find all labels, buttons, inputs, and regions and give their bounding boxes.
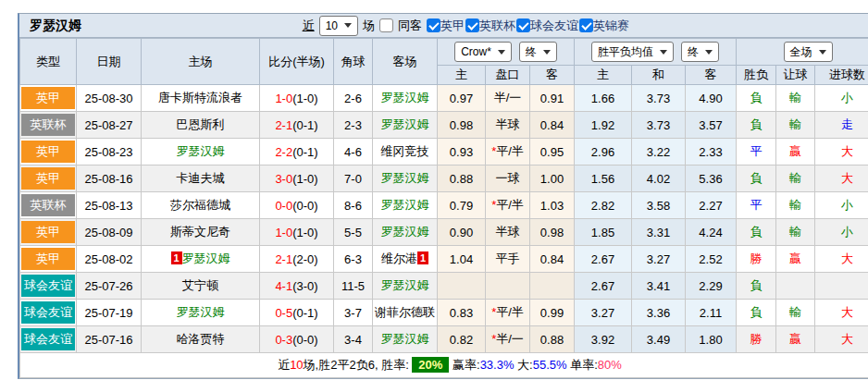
- result-wdl-cell: 勝: [737, 326, 776, 353]
- away-team-cell: 罗瑟汉姆: [373, 112, 438, 139]
- home-team-name: 斯蒂文尼奇: [170, 225, 230, 239]
- table-row: 英甲25-08-30唐卡斯特流浪者1-0(1-0)2-6罗瑟汉姆0.97半/一0…: [20, 85, 868, 112]
- score-cell: 0-3(0-0): [260, 326, 334, 353]
- league-filters: 英甲英联杯球会友谊英锦赛: [427, 18, 630, 34]
- league-checkbox[interactable]: [579, 18, 593, 32]
- ah-line-cell: [486, 273, 530, 300]
- result-wdl-cell: 負: [737, 273, 776, 300]
- odds-draw-cell: 4.02: [632, 165, 686, 192]
- league-badge: 英甲: [21, 167, 75, 190]
- ah-home-odds-cell: 0.82: [438, 326, 486, 353]
- ah-stage-select[interactable]: 终: [519, 42, 557, 62]
- fulltime-score: 2-2: [275, 145, 292, 159]
- result-handicap-cell: 贏: [776, 326, 815, 353]
- away-team-name: 罗瑟汉姆: [381, 171, 429, 185]
- date-cell: 25-07-19: [77, 300, 142, 326]
- league-checkbox[interactable]: [465, 18, 479, 32]
- ah-line-cell: 一球: [486, 165, 530, 192]
- odds-home-cell: 1.66: [575, 85, 632, 112]
- ah-line-cell: *平/半: [486, 139, 530, 165]
- ah-line-cell: 半球: [486, 112, 530, 139]
- same-away-label: 同客: [398, 18, 422, 34]
- result-handicap-cell: 輸: [776, 192, 815, 219]
- chevron-down-icon: [660, 50, 667, 55]
- fulltime-score: 1-0: [275, 226, 292, 239]
- subcol-ah-home: 主: [438, 66, 486, 85]
- recent-label[interactable]: 近: [303, 18, 315, 34]
- table-row: 英甲25-08-09斯蒂文尼奇1-0(1-0)5-5罗瑟汉姆0.90半球0.98…: [20, 219, 868, 246]
- ah-away-odds-cell: 0.95: [530, 139, 575, 165]
- result-goals-cell: 大: [815, 139, 868, 165]
- odds-away-cell: 2.29: [686, 273, 737, 300]
- summary-text: 场,胜2平2负6, 胜率:: [304, 358, 413, 372]
- wdl-source-select[interactable]: 胜平负均值: [591, 42, 674, 62]
- home-team-cell: 莎尔福德城: [142, 192, 260, 219]
- score-cell: 4-1(3-0): [260, 273, 334, 300]
- result-wdl-cell: 負: [737, 300, 776, 326]
- league-checkbox[interactable]: [516, 18, 530, 32]
- fulltime-score: 0-5: [275, 306, 292, 320]
- match-history-panel: 罗瑟汉姆 近 10 场 同客 英甲英联杯球会友谊英锦赛 类型 日期 主场: [18, 13, 868, 379]
- away-team-name: 罗瑟汉姆: [381, 225, 429, 239]
- live-line-asterisk: *: [491, 332, 496, 346]
- result-goals-cell: 大: [815, 165, 868, 192]
- ah-group-header: Crow* 终: [438, 39, 575, 66]
- away-team-cell: 罗瑟汉姆: [373, 192, 438, 219]
- same-away-checkbox[interactable]: [379, 18, 393, 32]
- home-team-cell: 唐卡斯特流浪者: [142, 85, 260, 112]
- date-cell: 25-08-13: [77, 192, 142, 219]
- ah-home-odds-cell: 0.79: [438, 192, 486, 219]
- home-team-cell: 罗瑟汉姆: [142, 300, 260, 326]
- result-wdl-cell: 負: [737, 112, 776, 139]
- col-header-type: 类型: [20, 39, 77, 85]
- ah-company-select[interactable]: Crow*: [454, 42, 512, 62]
- home-team-cell: 1罗瑟汉姆: [142, 246, 260, 273]
- league-badge: 英甲: [21, 141, 75, 163]
- result-handicap-cell: 贏: [776, 139, 815, 165]
- chevron-down-icon: [543, 50, 551, 55]
- league-cell: 球会友谊: [20, 300, 77, 326]
- halftime-score: (3-0): [292, 279, 317, 293]
- summary-text: 80%: [598, 358, 622, 372]
- ah-away-odds-cell: [530, 273, 575, 300]
- league-badge: 英联杯: [21, 114, 75, 136]
- ah-line-cell: 半球: [486, 219, 530, 246]
- match-table: 类型 日期 主场 比分(半场) 角球 客场 Crow* 终: [19, 38, 868, 378]
- odds-draw-cell: 3.58: [632, 192, 686, 219]
- halftime-score: (1-0): [292, 172, 317, 186]
- result-group-header: 全场: [737, 39, 868, 66]
- ah-away-odds-cell: 0.88: [530, 326, 575, 353]
- summary-text: 近: [278, 358, 290, 372]
- table-row: 英甲25-08-23罗瑟汉姆2-2(0-1)4-6维冈竞技0.93*平/半0.9…: [20, 139, 868, 165]
- odds-draw-cell: 3.49: [632, 326, 686, 353]
- odds-home-cell: 3.92: [575, 326, 632, 353]
- wdl-stage-select[interactable]: 终: [681, 42, 719, 62]
- league-cell: 英联杯: [20, 192, 77, 219]
- odds-home-cell: 1.56: [575, 165, 632, 192]
- league-checkbox[interactable]: [427, 18, 440, 32]
- result-goals-cell: 小: [815, 192, 868, 219]
- odds-home-cell: 2.82: [575, 192, 632, 219]
- recent-count-select[interactable]: 10: [319, 16, 358, 36]
- date-cell: 25-08-16: [77, 165, 142, 192]
- table-row: 球会友谊25-07-26艾宁顿4-1(3-0)11-5罗瑟汉姆2.673.412…: [20, 273, 868, 300]
- score-cell: 1-0(1-0): [260, 85, 334, 112]
- summary-text: 赢率:: [449, 358, 479, 372]
- odds-away-cell: 2.11: [686, 300, 737, 326]
- away-team-cell: 维冈竞技: [373, 139, 438, 165]
- summary-text: 大:: [515, 358, 533, 372]
- league-checkbox-label: 英锦赛: [593, 18, 629, 34]
- result-handicap-cell: 贏: [776, 246, 815, 273]
- ah-away-odds-cell: 0.84: [530, 112, 575, 139]
- scope-select[interactable]: 全场: [784, 42, 833, 62]
- away-team-cell: 谢菲尔德联: [373, 300, 438, 326]
- home-team-name: 唐卡斯特流浪者: [158, 91, 242, 104]
- subcol-odds-away: 客: [686, 66, 737, 85]
- result-goals-cell: [815, 273, 868, 300]
- ah-away-odds-cell: 0.84: [530, 246, 575, 273]
- result-handicap-cell: 輸: [776, 112, 815, 139]
- league-cell: 英甲: [20, 219, 77, 246]
- home-team-name: 罗瑟汉姆: [177, 305, 225, 319]
- away-team-cell: 罗瑟汉姆: [373, 273, 438, 300]
- chevron-down-icon: [705, 50, 713, 55]
